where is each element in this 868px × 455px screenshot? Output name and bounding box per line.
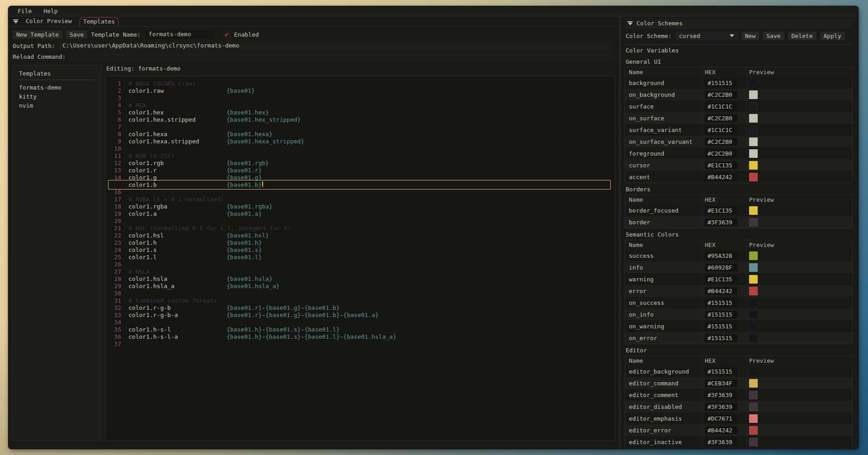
editor-line[interactable]: 13color1.r{base01.r} [106,167,615,174]
color-hex-input[interactable]: #C2C2B0 [705,91,737,99]
color-swatch[interactable] [749,218,758,227]
color-swatch[interactable] [749,310,758,319]
editor-line[interactable]: 33color1.r-g-b-a{base01.r}-{base01.g}-{b… [106,312,615,319]
color-swatch[interactable] [749,287,758,295]
editor-line[interactable]: 20 [106,218,615,225]
editor-line[interactable]: 35color1.h-s-l{base01.h}-{base01.s}-{bas… [106,326,615,333]
color-hex-input[interactable]: #151515 [705,334,737,342]
color-hex-input[interactable]: #C2C2B0 [705,138,737,146]
template-list-item[interactable]: formats-demo [19,83,95,92]
color-hex-input[interactable]: #C2C2B0 [705,114,737,122]
editor-line[interactable]: 19color1.a{base01.a} [106,210,615,218]
editor-line[interactable]: 3 [106,95,615,102]
color-swatch[interactable] [749,173,758,181]
output-path-input[interactable]: C:\Users\user\AppData\Roaming\clrsync\fo… [59,41,611,50]
editor-line[interactable]: 11# RGB (0-255) [106,152,615,160]
color-hex-input[interactable]: #1C1C1C [705,126,737,134]
color-swatch[interactable] [749,438,758,446]
color-scheme-select[interactable]: cursed [675,32,738,40]
editor-line[interactable]: 5color1.hex{base01.hex} [106,109,615,116]
editor-line[interactable]: 17# RGBA (A = 0-1 normalized) [106,196,615,203]
menu-help[interactable]: Help [42,8,58,14]
editor-line[interactable]: 21# HSL (normalized 0-1 for s,l, integer… [106,225,615,232]
editor-line[interactable]: 32color1.r-g-b{base01.r}-{base01.g}-{bas… [106,304,615,312]
color-hex-input[interactable]: #3F3639 [705,218,737,226]
color-hex-input[interactable]: #E1C135 [705,207,737,214]
color-hex-input[interactable]: #60928F [705,264,737,271]
editor-line[interactable]: 23color1.h{base01.h} [106,239,615,246]
color-swatch[interactable] [749,102,758,111]
editor-line[interactable]: 37 [106,341,615,348]
color-swatch[interactable] [749,403,758,411]
collapse-icon[interactable] [13,19,18,24]
editor-line[interactable]: 28color1.hsla{base01.hsla} [106,275,615,283]
editor-line[interactable]: 16 [106,189,615,196]
template-editor[interactable]: 1# BASE COLORS (raw)2color1.raw{base01}3… [105,76,615,441]
editor-line[interactable]: 25color1.l{base01.l} [106,254,615,261]
color-hex-input[interactable]: #B44242 [705,287,737,295]
editor-line[interactable]: 30 [106,290,615,297]
color-swatch[interactable] [749,426,758,435]
color-hex-input[interactable]: #3F3639 [705,391,737,399]
editor-line[interactable]: 10 [106,145,615,152]
color-hex-input[interactable]: #B44242 [705,427,737,434]
color-hex-input[interactable]: #DC7671 [705,415,737,422]
color-swatch[interactable] [749,299,758,307]
editor-line[interactable]: 1# BASE COLORS (raw) [106,80,615,87]
template-list-item[interactable]: kitty [19,92,95,101]
tab-color-preview[interactable]: Color Preview [23,17,75,25]
color-swatch[interactable] [749,322,758,331]
color-swatch[interactable] [749,251,758,260]
editor-line[interactable]: 9color1.hexa.stripped{base01.hexa_stripp… [106,138,615,145]
collapse-icon[interactable] [627,21,632,25]
color-swatch[interactable] [749,334,758,342]
color-swatch[interactable] [749,379,758,388]
template-name-input[interactable]: formats-demo [145,30,213,39]
editor-line[interactable]: 12color1.rgb{base01.rgb} [106,160,615,167]
color-swatch[interactable] [749,206,758,215]
color-hex-input[interactable]: #CEB34F [705,379,737,387]
save-template-button[interactable]: Save [66,30,87,39]
color-hex-input[interactable]: #151515 [705,311,737,318]
color-hex-input[interactable]: #C2C2B0 [705,150,737,157]
color-hex-input[interactable]: #E1C135 [705,161,737,169]
editor-active-line[interactable]: color1.b{base01.b} [106,181,615,189]
editor-line[interactable]: 8color1.hexa{base01.hexa} [106,131,615,138]
editor-line[interactable]: 18color1.rgba{base01.rgba} [106,203,615,210]
editor-line[interactable]: 26 [106,261,615,268]
scheme-save-button[interactable]: Save [763,32,784,40]
color-hex-input[interactable]: #151515 [705,322,737,330]
color-swatch[interactable] [749,161,758,170]
enabled-checkbox[interactable]: ✔ [223,31,231,38]
reload-command-input[interactable] [69,52,614,61]
editor-line[interactable]: 27# HSLA [106,268,615,275]
color-swatch[interactable] [749,367,758,376]
color-swatch[interactable] [749,391,758,399]
color-swatch[interactable] [749,275,758,284]
scheme-delete-button[interactable]: Delete [788,32,816,40]
tab-templates[interactable]: Templates [80,17,118,26]
color-hex-input[interactable]: #151515 [705,368,737,375]
color-hex-input[interactable]: #E1C135 [705,275,737,283]
scheme-new-button[interactable]: New [741,32,759,40]
color-swatch[interactable] [749,414,758,423]
editor-line[interactable]: 22color1.hsl{base01.hsl} [106,232,615,239]
color-hex-input[interactable]: #151515 [705,299,737,307]
editor-line[interactable]: 29color1.hsla_a{base01.hsla_a} [106,283,615,290]
editor-line[interactable]: 31# Combined custom formats [106,297,615,304]
editor-line[interactable]: 7 [106,123,615,131]
color-hex-input[interactable]: #151515 [705,79,737,87]
color-swatch[interactable] [749,114,758,123]
color-hex-input[interactable]: #B44242 [705,173,737,181]
editor-line[interactable]: 2color1.raw{base01} [106,87,615,95]
new-template-button[interactable]: New Template [13,30,62,39]
menu-file[interactable]: File [17,8,33,14]
editor-line[interactable]: 34 [106,319,615,326]
color-hex-input[interactable]: #95A328 [705,252,737,260]
scheme-apply-button[interactable]: Apply [820,32,845,40]
editor-line[interactable]: 6color1.hex.stripped{base01.hex_stripped… [106,116,615,123]
color-swatch[interactable] [749,126,758,134]
color-hex-input[interactable]: #1C1C1C [705,103,737,110]
color-swatch[interactable] [749,149,758,158]
template-list-item[interactable]: nvim [19,101,95,110]
